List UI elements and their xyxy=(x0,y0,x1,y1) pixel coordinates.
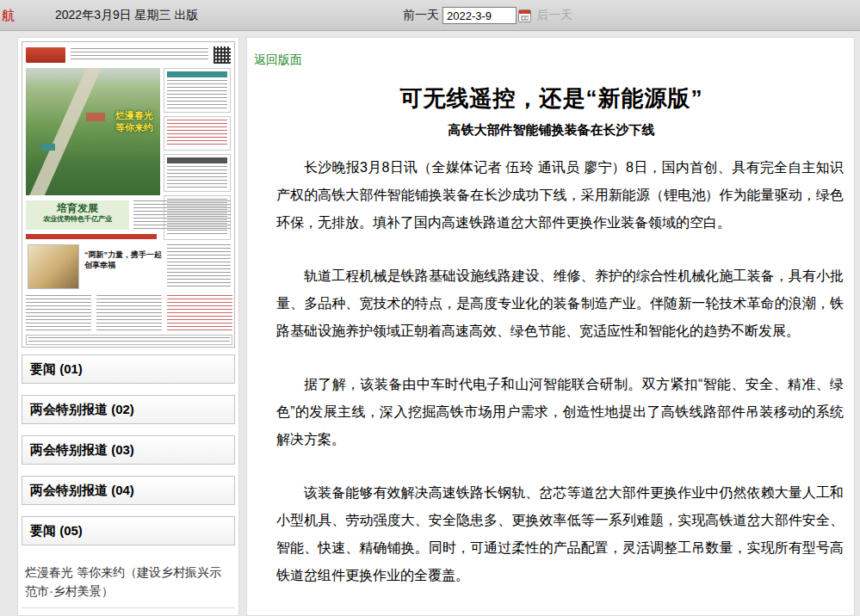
date-navigation: 前一天 后一天 xyxy=(403,5,572,26)
mid-section: “两新”力量，携手一起创享幸福 xyxy=(22,243,234,293)
main-headline: 培育发展 农业优势特色千亿产业 xyxy=(26,200,129,230)
article-list: 烂漫春光 等你来约（建设乡村振兴示范市·乡村美景） 培育发展农业优势特色千亿产业 xyxy=(22,557,235,616)
front-page-thumbnail[interactable]: 烂漫春光 等你来约 培育发展 农业优势特色千亿产业 xyxy=(22,41,235,348)
article-body: 长沙晚报3月8日讯（全媒体记者 伍玲 通讯员 廖宁）8日，国内首创、具有完全自主… xyxy=(254,154,849,616)
date-input[interactable] xyxy=(442,7,517,24)
bottom-text-columns xyxy=(26,295,232,331)
sidebar-section-02[interactable]: 两会特别报道 (02) xyxy=(22,395,235,424)
sidebar-section-05[interactable]: 要闻 (05) xyxy=(22,516,235,545)
sidebar-section-01[interactable]: 要闻 (01) xyxy=(22,354,235,384)
article-paragraph: 据了解，该装备由中车时代电子和山河智能联合研制。双方紧扣“智能、安全、精准、绿色… xyxy=(276,371,844,453)
sidebar: 烂漫春光 等你来约 培育发展 农业优势特色千亿产业 xyxy=(17,37,239,616)
photo-overlay-line2: 等你来约 xyxy=(115,121,153,133)
article-list-item[interactable]: 培育发展农业优势特色千亿产业 xyxy=(22,608,235,616)
nav-partial-link[interactable]: 航 xyxy=(2,8,15,24)
mid-caption: “两新”力量，携手一起创享幸福 xyxy=(84,249,164,270)
content-area: 烂漫春光 等你来约 培育发展 农业优势特色千亿产业 xyxy=(0,31,860,616)
next-day-link[interactable]: 后一天 xyxy=(536,8,572,23)
mid-photo xyxy=(28,244,79,289)
screen: 航 2022年3月9日 星期三 出版 前一天 后一天 xyxy=(0,0,860,616)
headline-side-text xyxy=(133,200,231,230)
article-subtitle: 高铁大部件智能铺换装备在长沙下线 xyxy=(254,122,849,139)
photo-overlay-line1: 烂漫春光 xyxy=(115,109,153,121)
section-list: 要闻 (01) 两会特别报道 (02) 两会特别报道 (03) 两会特别报道 (… xyxy=(22,354,235,545)
publish-date: 2022年3月9日 星期三 出版 xyxy=(55,8,199,23)
masthead-text-lines xyxy=(71,48,208,62)
main-headline-block: 培育发展 农业优势特色千亿产业 xyxy=(26,200,231,230)
topbar: 航 2022年3月9日 星期三 出版 前一天 后一天 xyxy=(0,0,860,31)
photo-roof-shape xyxy=(41,144,55,151)
news-box xyxy=(164,116,231,151)
article-paragraph: 长沙晚报3月8日讯（全媒体记者 伍玲 通讯员 廖宁）8日，国内首创、具有完全自主… xyxy=(276,154,844,237)
photo-overlay-text: 烂漫春光 等你来约 xyxy=(115,109,153,134)
mid-text-lines xyxy=(167,244,231,289)
calendar-icon[interactable] xyxy=(518,9,531,22)
sidebar-section-03[interactable]: 两会特别报道 (03) xyxy=(22,435,235,465)
article-panel: 返回版面 可无线遥控，还是“新能源版” 高铁大部件智能铺换装备在长沙下线 长沙晚… xyxy=(246,37,855,616)
sidebar-section-04[interactable]: 两会特别报道 (04) xyxy=(22,476,235,505)
red-headline-bar xyxy=(26,234,157,239)
article-paragraph: 轨道工程机械是铁路基础设施线路建设、维修、养护的综合性机械化施工装备，具有小批量… xyxy=(276,262,844,345)
masthead xyxy=(26,45,231,65)
photo-roof-shape xyxy=(86,113,105,121)
front-photo-aerial: 烂漫春光 等你来约 xyxy=(26,68,160,195)
prev-day-link[interactable]: 前一天 xyxy=(403,8,439,23)
news-box xyxy=(164,154,231,192)
bottom-notice-strip xyxy=(26,335,232,345)
news-box xyxy=(164,68,231,113)
newspaper-page-preview: 烂漫春光 等你来约 培育发展 农业优势特色千亿产业 xyxy=(22,42,234,347)
article-list-item[interactable]: 烂漫春光 等你来约（建设乡村振兴示范市·乡村美景） xyxy=(22,557,235,608)
masthead-logo xyxy=(26,47,65,63)
article-paragraph: 该装备能够有效解决高速铁路长钢轨、岔芯等道岔大部件更换作业中仍然依赖大量人工和小… xyxy=(276,479,844,589)
photo-road-shape xyxy=(26,68,102,195)
article-title: 可无线遥控，还是“新能源版” xyxy=(254,83,849,114)
back-to-page-link[interactable]: 返回版面 xyxy=(254,52,302,68)
qr-code-icon xyxy=(213,46,231,64)
